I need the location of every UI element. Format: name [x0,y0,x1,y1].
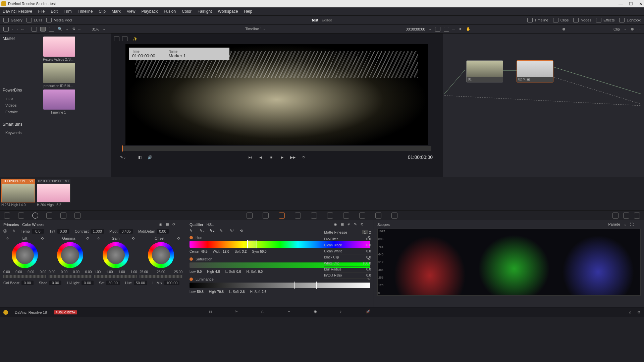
reset-icon[interactable]: ⟲ [360,222,363,227]
mid-field[interactable]: 0.00 [157,229,169,234]
menu-item[interactable]: Mark [112,9,121,14]
sat-lsoft[interactable]: 0.0 [236,270,241,274]
strip-clip[interactable]: 01 00:00:13:19 V1 H.264 High L4.0 [1,179,35,209]
menu-item[interactable]: Trim [64,9,72,14]
clip-thumb[interactable] [43,63,75,83]
qualifier-icon[interactable] [279,213,285,219]
log-mode-icon[interactable]: ⟳ [172,222,175,227]
chevron-down-icon[interactable]: ⌄ [624,222,627,227]
timeline-button[interactable]: Timeline [527,18,548,22]
sat-field[interactable]: 50.00 [106,281,120,285]
colboost-field[interactable]: 0.00 [21,281,34,285]
menu-item[interactable]: Fusion [164,9,176,14]
info-icon[interactable] [634,213,640,219]
keyframe-icon[interactable] [612,213,619,219]
menu-item[interactable]: Playback [141,9,158,14]
tab-2[interactable]: 2 [369,230,371,234]
picker-plus-icon[interactable]: ✎₊ [210,229,216,233]
clip-thumb[interactable] [43,89,75,110]
nav-back-icon[interactable]: ‹ [12,27,13,31]
lmix-field[interactable]: 100.00 [164,281,180,285]
wheels-icon[interactable] [32,213,38,219]
chevron-down-icon[interactable]: ⌄ [103,27,106,31]
curves-icon[interactable] [4,213,10,219]
hue-field[interactable]: 50.00 [134,281,147,285]
dot2-icon[interactable] [631,28,634,31]
menu-item[interactable]: Workspace [218,9,238,14]
sat-hsoft[interactable]: 0.0 [258,270,263,274]
offset-wheel[interactable]: Offset⟲ 25.0025.0025.00 [140,236,182,278]
key-icon[interactable] [359,213,365,219]
nodes-button[interactable]: Nodes [573,18,591,22]
magic-icon[interactable] [327,213,333,219]
more3-icon[interactable]: ··· [452,27,455,31]
temp-field[interactable]: 0.0 [32,229,44,234]
sat-toggle[interactable] [190,257,193,261]
wipe-icon[interactable]: ◧ [138,155,142,160]
color-node[interactable]: 01 [466,60,503,82]
contrast-field[interactable]: 1.000 [91,229,104,234]
bin-item[interactable]: Intro [3,95,38,102]
menu-item[interactable]: Fairlight [198,9,212,14]
gallery-button[interactable]: Gallery [3,18,22,22]
tint-field[interactable]: 0.00 [57,229,69,234]
grid2-icon[interactable] [40,27,46,32]
smartbins-header[interactable]: Smart Bins [3,122,38,127]
whiteclip-val[interactable]: 100.0 [363,261,371,265]
wheel-mode-icon[interactable]: ◉ [159,222,162,227]
cut-page-icon[interactable]: ✂ [235,309,241,315]
master-label[interactable]: Master [3,36,38,41]
chevron-down-icon[interactable]: ⌄ [66,27,69,31]
hand-icon[interactable]: ✋ [466,27,471,31]
window-icon[interactable] [295,213,301,219]
still-dropdown[interactable] [3,27,9,32]
more-icon[interactable]: ⋯ [179,222,182,227]
lum-icon[interactable]: ☀ [347,222,351,227]
node-graph[interactable]: 01 02 ✎ ▣ [443,34,644,177]
expand-icon[interactable]: ⛶ [630,222,634,227]
motion-icon[interactable] [74,213,80,219]
clip-thumb[interactable] [43,37,75,57]
menu-item[interactable]: Clip [99,9,106,14]
chevron-down-icon[interactable]: ⌄ [429,27,432,31]
first-frame-icon[interactable]: ⏮ [248,155,252,160]
picker-add-icon[interactable]: ✎⁺ [230,229,236,233]
more-icon[interactable]: ⋯ [637,222,641,227]
menu-item[interactable]: View [127,9,136,14]
timeline-name[interactable]: Timeline 1 [245,27,262,31]
gamma-wheel[interactable]: Gamma⟲ 0.000.000.000.00 [49,236,92,278]
hsl-icon[interactable]: ◉ [334,222,337,227]
wand-icon[interactable]: ✨ [133,37,138,41]
more-icon[interactable]: ··· [21,27,24,31]
expand-icon[interactable] [444,27,449,32]
menu-item[interactable]: File [38,9,45,14]
fairlight-page-icon[interactable]: ♪ [340,309,346,315]
minimize-icon[interactable]: — [619,1,623,6]
hue-soft[interactable]: 3.2 [242,250,247,253]
menu-item[interactable]: Help [244,9,252,14]
picker-icon[interactable]: ✎⌄ [121,155,125,160]
lum-toggle[interactable] [190,278,193,281]
viewer-mode-icon[interactable] [114,37,119,41]
chevron-down-icon[interactable]: ⌄ [624,27,627,31]
hue-toggle[interactable] [190,236,193,239]
mediapool-button[interactable]: Media Pool [46,18,72,22]
more2-icon[interactable]: ··· [78,27,82,31]
fusion-page-icon[interactable]: ✦ [287,309,293,315]
auto-icon[interactable]: Ⓐ [3,229,7,234]
lum-low[interactable]: 59.8 [197,290,203,294]
inout-val[interactable]: 0.0 [366,274,371,277]
tab-1[interactable]: 1 [362,230,368,234]
hdr-icon[interactable] [46,213,52,219]
scrubber[interactable] [122,146,431,151]
blur-icon[interactable] [343,213,349,219]
blackclip-val[interactable]: 0.0 [366,255,371,259]
blurradius-val[interactable]: 0.0 [366,267,371,271]
lift-wheel[interactable]: ✧Lift⟲ 0.000.000.000.00 [3,236,46,278]
menu-item[interactable]: Timeline [77,9,93,14]
picker-icon[interactable]: ✎ [190,229,196,233]
media-page-icon[interactable]: ☷ [209,309,215,315]
rgb-icon[interactable]: ▦ [340,222,344,227]
menu-item[interactable]: DaVinci Resolve [3,9,32,14]
play-icon[interactable]: ▶ [280,155,284,160]
